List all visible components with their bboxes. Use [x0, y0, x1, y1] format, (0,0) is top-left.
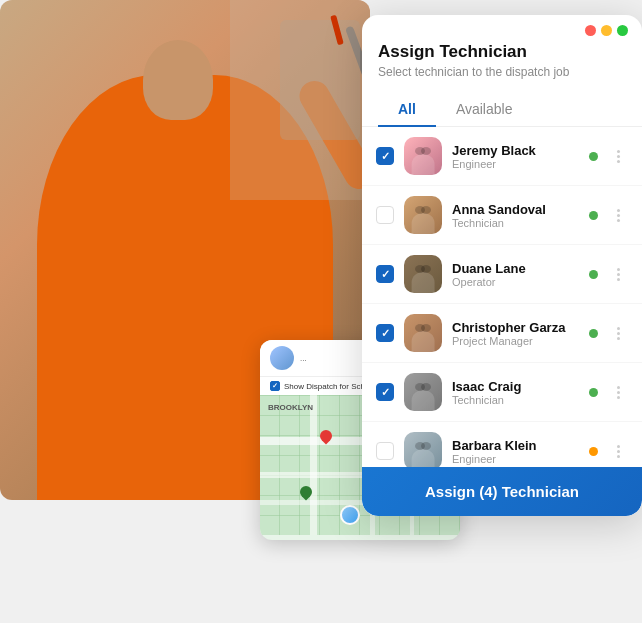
tech-name-1: Jeremy Black: [452, 143, 579, 158]
tech-role-5: Technician: [452, 394, 579, 406]
more-options-2[interactable]: [608, 209, 628, 222]
tech-avatar-5: [404, 373, 442, 411]
status-dot-6: [589, 447, 598, 456]
minimize-button[interactable]: [601, 25, 612, 36]
tab-all[interactable]: All: [378, 93, 436, 127]
tech-avatar-2: [404, 196, 442, 234]
modal-subtitle: Select technician to the dispatch job: [378, 65, 626, 79]
tech-avatar-6: [404, 432, 442, 467]
tech-role-4: Project Manager: [452, 335, 579, 347]
status-dot-1: [589, 152, 598, 161]
tech-avatar-1: [404, 137, 442, 175]
tech-checkbox-3[interactable]: [376, 265, 394, 283]
more-options-3[interactable]: [608, 268, 628, 281]
assign-button[interactable]: Assign (4) Technician: [362, 467, 642, 516]
more-options-1[interactable]: [608, 150, 628, 163]
status-dot-5: [589, 388, 598, 397]
map-header-avatar: [270, 346, 294, 370]
tech-item-6[interactable]: Barbara Klein Engineer: [362, 422, 642, 467]
tech-info-3: Duane Lane Operator: [452, 261, 579, 288]
maximize-button[interactable]: [617, 25, 628, 36]
tech-name-4: Christopher Garza: [452, 320, 579, 335]
tech-info-1: Jeremy Black Engineer: [452, 143, 579, 170]
modal-title: Assign Technician: [378, 42, 626, 62]
tech-name-3: Duane Lane: [452, 261, 579, 276]
tech-item-4[interactable]: Christopher Garza Project Manager: [362, 304, 642, 363]
tech-checkbox-5[interactable]: [376, 383, 394, 401]
tech-role-6: Engineer: [452, 453, 579, 465]
status-dot-4: [589, 329, 598, 338]
status-dot-2: [589, 211, 598, 220]
modal-titlebar: [362, 15, 642, 42]
tech-name-2: Anna Sandoval: [452, 202, 579, 217]
more-options-5[interactable]: [608, 386, 628, 399]
technician-head: [143, 40, 213, 120]
tech-role-3: Operator: [452, 276, 579, 288]
map-avatar-1: [340, 505, 360, 525]
tech-avatar-3: [404, 255, 442, 293]
tech-info-2: Anna Sandoval Technician: [452, 202, 579, 229]
tech-item-1[interactable]: Jeremy Black Engineer: [362, 127, 642, 186]
assign-technician-modal: Assign Technician Select technician to t…: [362, 15, 642, 516]
more-options-4[interactable]: [608, 327, 628, 340]
tech-checkbox-4[interactable]: [376, 324, 394, 342]
tech-info-6: Barbara Klein Engineer: [452, 438, 579, 465]
tech-checkbox-2[interactable]: [376, 206, 394, 224]
close-button[interactable]: [585, 25, 596, 36]
tech-checkbox-6[interactable]: [376, 442, 394, 460]
tech-item-2[interactable]: Anna Sandoval Technician: [362, 186, 642, 245]
tech-avatar-4: [404, 314, 442, 352]
tech-info-4: Christopher Garza Project Manager: [452, 320, 579, 347]
status-dot-3: [589, 270, 598, 279]
tech-item-5[interactable]: Isaac Craig Technician: [362, 363, 642, 422]
more-options-6[interactable]: [608, 445, 628, 458]
map-brooklyn-label: BROOKLYN: [268, 403, 313, 412]
tech-name-5: Isaac Craig: [452, 379, 579, 394]
tech-checkbox-1[interactable]: [376, 147, 394, 165]
tabs-container: All Available: [362, 93, 642, 127]
tech-info-5: Isaac Craig Technician: [452, 379, 579, 406]
tech-name-6: Barbara Klein: [452, 438, 579, 453]
tech-item-3[interactable]: Duane Lane Operator: [362, 245, 642, 304]
modal-header: Assign Technician Select technician to t…: [362, 42, 642, 93]
tech-role-2: Technician: [452, 217, 579, 229]
tab-available[interactable]: Available: [436, 93, 533, 127]
technician-list: Jeremy Black Engineer Anna Sandoval Tech…: [362, 127, 642, 467]
tech-role-1: Engineer: [452, 158, 579, 170]
